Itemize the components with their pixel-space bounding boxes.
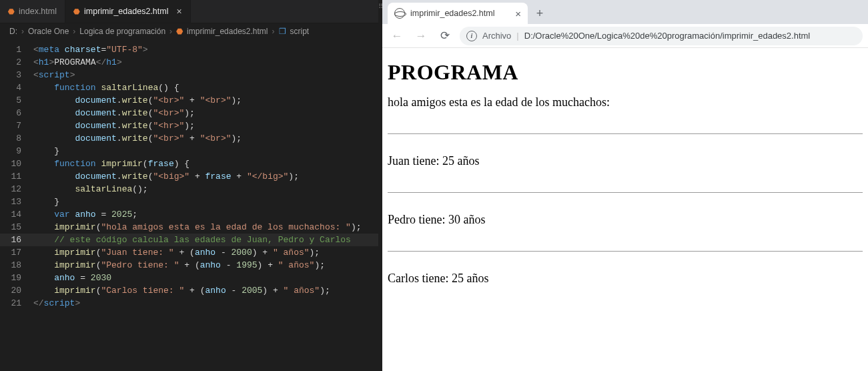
line-number: 17 (0, 246, 33, 259)
forward-button[interactable]: → (412, 27, 430, 45)
code-area[interactable]: 1<meta charset="UTF-8"> 2<h1>PROGRAMA</h… (0, 39, 378, 371)
line-number: 20 (0, 284, 33, 297)
html5-icon: ⬣ (73, 7, 80, 16)
line-number: 9 (0, 145, 33, 157)
crumb-drive: D: (9, 27, 17, 36)
code-line[interactable]: document.write("<big>" + frase + "</big>… (33, 170, 378, 183)
code-line[interactable]: imprimir("hola amigos esta es la edad de… (33, 221, 378, 234)
vscode-editor: ⬣ index.html ⬣ imprimir_edades2.html × D… (0, 0, 378, 371)
code-line[interactable]: <h1>PROGRAMA</h1> (33, 56, 378, 69)
close-icon[interactable]: × (176, 6, 181, 17)
browser-tab-title: imprimir_edades2.html (410, 9, 494, 18)
code-line[interactable]: anho = 2030 (33, 272, 378, 284)
browser-toolbar: ← → ⟳ i Archivo | D:/Oracle%20One/Logica… (382, 24, 868, 48)
crumb-symbol: script (290, 27, 310, 36)
browser-tabbar: imprimir_edades2.html × + (382, 0, 868, 24)
addr-scheme: Archivo (482, 31, 511, 41)
code-line[interactable]: imprimir("Juan tiene: " + (anho - 2000) … (33, 246, 378, 259)
line-number: 12 (0, 183, 33, 196)
line-number: 7 (0, 119, 33, 132)
chevron-right-icon: › (272, 27, 275, 36)
tab-label: imprimir_edades2.html (84, 7, 168, 16)
tab-index[interactable]: ⬣ index.html (0, 0, 65, 23)
line-number: 2 (0, 56, 33, 69)
chevron-right-icon: › (73, 27, 75, 36)
line-number: 3 (0, 69, 33, 81)
line-number: 13 (0, 196, 33, 208)
line-number: 5 (0, 94, 33, 107)
code-line[interactable]: function imprimir(frase) { (33, 157, 378, 170)
line-number: 16 (0, 234, 33, 246)
output-line: Carlos tiene: 25 años (388, 272, 863, 286)
back-button[interactable]: ← (388, 27, 406, 45)
code-line[interactable]: </script> (33, 297, 378, 310)
chevron-right-icon: › (169, 27, 172, 36)
output-line: hola amigos esta es la edad de los mucha… (388, 95, 863, 109)
code-line[interactable]: } (33, 196, 378, 208)
line-number: 15 (0, 221, 33, 234)
code-line[interactable]: <script> (33, 69, 378, 81)
line-number: 14 (0, 208, 33, 221)
reload-button[interactable]: ⟳ (436, 27, 454, 45)
code-line[interactable]: function saltarLinea() { (33, 81, 378, 94)
line-number: 1 (0, 43, 33, 56)
code-line[interactable]: <meta charset="UTF-8"> (33, 43, 378, 56)
globe-icon (394, 8, 405, 19)
crumb-folder: Logica de programación (79, 27, 165, 36)
line-number: 11 (0, 170, 33, 183)
code-line[interactable]: document.write("<br>" + "<br>"); (33, 94, 378, 107)
output-line: Juan tiene: 25 años (388, 154, 863, 168)
info-icon[interactable]: i (466, 31, 477, 41)
output-line: Pedro tiene: 30 años (388, 213, 863, 227)
line-number: 10 (0, 157, 33, 170)
breadcrumb[interactable]: D:› Oracle One› Logica de programación› … (0, 23, 378, 39)
address-bar[interactable]: i Archivo | D:/Oracle%20One/Logica%20de%… (460, 27, 863, 45)
code-line[interactable]: } (33, 145, 378, 157)
code-line[interactable]: saltarLinea(); (33, 183, 378, 196)
html5-icon: ⬣ (176, 27, 183, 36)
html5-icon: ⬣ (8, 7, 15, 16)
code-line[interactable]: document.write("<br>"); (33, 107, 378, 119)
chevron-right-icon: › (21, 27, 24, 36)
separator: | (516, 31, 518, 41)
line-number: 19 (0, 272, 33, 284)
crumb-file: imprimir_edades2.html (187, 27, 268, 36)
code-line[interactable]: document.write("<hr>"); (33, 119, 378, 132)
code-line[interactable]: var anho = 2025; (33, 208, 378, 221)
rendered-page: PROGRAMA hola amigos esta es la edad de … (382, 48, 868, 371)
line-number: 21 (0, 297, 33, 310)
addr-url: D:/Oracle%20One/Logica%20de%20programaci… (524, 31, 811, 41)
page-heading: PROGRAMA (388, 60, 863, 85)
line-number: 6 (0, 107, 33, 119)
tab-label: index.html (19, 7, 57, 16)
browser-tab[interactable]: imprimir_edades2.html × (388, 3, 528, 24)
editor-tabbar: ⬣ index.html ⬣ imprimir_edades2.html × (0, 0, 378, 23)
code-line[interactable]: document.write("<br>" + "<br>"); (33, 132, 378, 145)
new-tab-button[interactable]: + (530, 4, 549, 23)
crumb-folder: Oracle One (28, 27, 69, 36)
chrome-browser: imprimir_edades2.html × + ← → ⟳ i Archiv… (382, 0, 868, 371)
line-number: 8 (0, 132, 33, 145)
cube-icon: ❒ (279, 27, 286, 36)
line-number: 4 (0, 81, 33, 94)
code-line[interactable]: imprimir("Pedro tiene: " + (anho - 1995)… (33, 259, 378, 272)
code-line[interactable]: // este código calcula las edades de Jua… (33, 234, 378, 246)
code-line[interactable]: imprimir("Carlos tiene: " + (anho - 2005… (33, 284, 378, 297)
tab-imprimir[interactable]: ⬣ imprimir_edades2.html × (65, 0, 191, 23)
line-number: 18 (0, 259, 33, 272)
close-icon[interactable]: × (515, 8, 521, 19)
